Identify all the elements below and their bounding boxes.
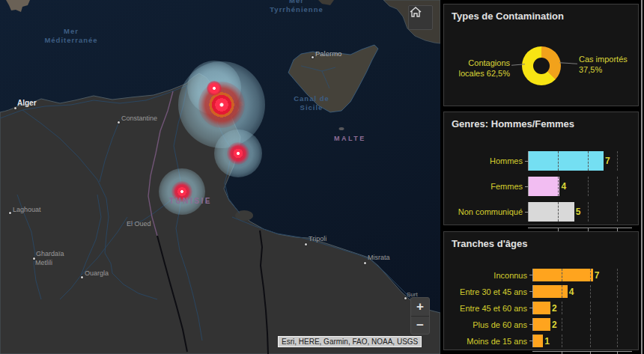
panel-contamination-title: Types de Contamination — [444, 4, 638, 22]
gridline — [590, 318, 591, 331]
zoom-in-button[interactable]: + — [411, 298, 429, 317]
map-canvas[interactable]: MerMéditerranée MerTyrrhénienne Canal de… — [0, 0, 440, 354]
contamination-donut-chart[interactable] — [522, 46, 561, 85]
bar-row-45-60: Entre 45 et 60 ans 2 — [449, 302, 632, 314]
city-label-metlili: Metlili — [35, 259, 52, 266]
bar-non-communique[interactable] — [529, 202, 574, 222]
bar-label-non-communique: Non communiqué — [449, 207, 525, 216]
city-label-misrata: Misrata — [368, 254, 390, 261]
bar-label-45-60: Entre 45 et 60 ans — [449, 304, 529, 313]
region-label-malte: MALTE — [334, 135, 366, 142]
bar-label-moins-15: Moins de 15 ans — [449, 337, 529, 346]
city-dot-misrata — [364, 262, 366, 264]
gridline — [562, 335, 562, 347]
landmass-north-africa — [0, 73, 440, 354]
city-dot-ouargla — [81, 276, 83, 278]
bar-femmes[interactable] — [529, 177, 559, 196]
bar-label-plus-60: Plus de 60 ans — [449, 320, 529, 329]
donut-leader-line-right — [559, 62, 577, 64]
bar-row-inconnus: Inconnus 7 — [449, 269, 632, 281]
city-label-tunis: Tunis — [227, 100, 243, 107]
gridline — [617, 318, 618, 331]
sea-label-tyrrhenienne: MerTyrrhénienne — [262, 0, 331, 14]
scrollbar-edge[interactable] — [641, 0, 643, 354]
panel-genres: Genres: Hommes/Femmes Hommes 7 Femmes — [443, 112, 639, 225]
bar-row-femmes: Femmes 4 — [449, 177, 632, 196]
gridline — [562, 269, 562, 281]
city-label-alger: Alger — [17, 99, 37, 107]
panel-genres-title: Genres: Hommes/Femmes — [444, 112, 638, 129]
gridline — [558, 151, 559, 171]
gridline — [562, 318, 562, 331]
map-attribution: Esri, HERE, Garmin, FAO, NOAA, USGS — [278, 336, 422, 347]
bar-row-non-communique: Non communiqué 5 — [449, 202, 632, 222]
panel-contamination: Types de Contamination Contagions locale… — [443, 4, 639, 106]
gridline — [588, 151, 589, 171]
bar-moins-15[interactable] — [533, 335, 543, 347]
gridline — [588, 177, 589, 196]
landmass-sardinia-tip — [6, 0, 30, 12]
bar-plus-60[interactable] — [533, 318, 550, 331]
genres-bar-chart: Hommes 7 Femmes — [449, 151, 632, 231]
city-label-laghouat: Laghouat — [13, 206, 41, 213]
gridline — [562, 302, 562, 314]
bar-value-hommes: 7 — [605, 156, 610, 166]
bar-label-femmes: Femmes — [449, 182, 525, 191]
gridline — [617, 177, 618, 196]
gridline — [617, 202, 618, 222]
city-dot-constantine — [118, 121, 120, 123]
city-label-ouargla: Ouargla — [85, 269, 109, 277]
island-malta — [339, 127, 344, 130]
bar-row-hommes: Hommes 7 — [449, 151, 632, 171]
bar-row-30-45: Entre 30 et 45 ans 4 — [449, 285, 632, 298]
gridline — [590, 335, 591, 347]
bar-row-plus-60: Plus de 60 ans 2 — [449, 318, 632, 331]
sea-label-canal-de-sicile: Canal deSicile — [285, 94, 338, 112]
bar-label-inconnus: Inconnus — [449, 271, 529, 280]
city-dot-surt — [404, 297, 407, 299]
city-dot-laghouat — [9, 212, 11, 214]
bar-value-plus-60: 2 — [552, 320, 557, 330]
bar-value-femmes: 4 — [561, 181, 566, 192]
gridline — [617, 151, 618, 171]
city-label-palermo: Palermo — [315, 49, 341, 58]
gridline — [617, 302, 618, 314]
region-label-tunisie: TUNISIE — [169, 197, 212, 205]
bar-value-non-communique: 5 — [576, 207, 581, 217]
city-label-el-oued: El Oued — [127, 220, 151, 228]
gridline — [558, 202, 559, 222]
donut-label-contagions-locales: Contagions locales 62,5% — [449, 58, 510, 79]
bar-value-30-45: 4 — [569, 287, 574, 297]
dashboard: MerMéditerranée MerTyrrhénienne Canal de… — [0, 0, 644, 354]
gridline — [590, 302, 591, 314]
city-label-ghardaia: Ghardaïa — [36, 250, 64, 257]
donut-label-cas-importes: Cas importés 37,5% — [579, 55, 628, 76]
city-label-constantine: Constantine — [121, 115, 157, 122]
sea-label-mediterranee: MerMéditerranée — [41, 27, 101, 45]
city-dot-tripoli — [305, 243, 307, 245]
bar-hommes[interactable] — [529, 151, 604, 171]
panel-column: Types de Contamination Contagions locale… — [442, 0, 644, 354]
home-button[interactable] — [408, 5, 433, 30]
x-axis — [449, 351, 632, 354]
gridline — [617, 269, 618, 281]
panel-ages-title: Tranches d'âges — [444, 232, 638, 249]
gridline — [588, 202, 589, 222]
bar-inconnus[interactable] — [533, 269, 593, 281]
zoom-out-button[interactable]: − — [411, 317, 429, 335]
zoom-control: + − — [410, 297, 430, 335]
gridline — [558, 177, 559, 196]
bar-value-45-60: 2 — [552, 303, 557, 314]
bar-value-inconnus: 7 — [595, 270, 600, 281]
basemap-layers — [0, 0, 440, 354]
bar-45-60[interactable] — [533, 302, 550, 314]
gridline — [590, 269, 591, 281]
ages-bar-chart: Inconnus 7 Entre 30 et 45 ans — [449, 269, 632, 354]
bar-row-moins-15: Moins de 15 ans 1 — [449, 335, 632, 347]
bar-label-30-45: Entre 30 et 45 ans — [449, 287, 529, 296]
city-label-tripoli: Tripoli — [309, 235, 326, 242]
bar-value-moins-15: 1 — [544, 336, 550, 347]
gridline — [562, 285, 562, 298]
gridline — [617, 335, 618, 347]
panel-ages: Tranches d'âges Inconnus 7 Entre 30 et 4… — [443, 231, 639, 350]
